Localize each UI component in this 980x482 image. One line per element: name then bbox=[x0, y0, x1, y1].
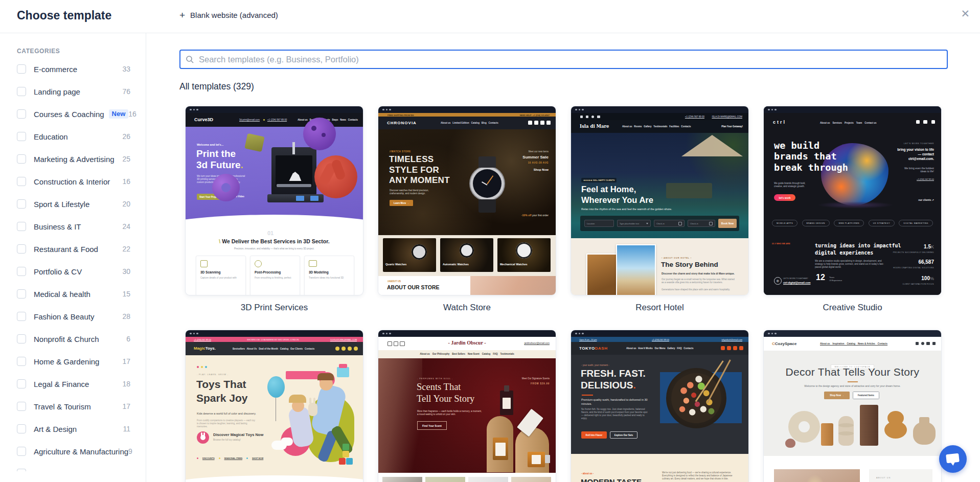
template-card-3d-print-services[interactable]: Curve3D 3d.print@email.com +1 (234) 567 … bbox=[186, 106, 363, 330]
category-item-agriculture-manufacturing[interactable]: Agriculture & Manufacturing 9 bbox=[0, 440, 146, 463]
category-item-landing-page[interactable]: Landing page 76 bbox=[0, 80, 146, 103]
category-item-sport-lifestyle[interactable]: Sport & Lifestyle 20 bbox=[0, 193, 146, 215]
close-icon[interactable]: ✕ bbox=[961, 8, 970, 19]
site-nav-links: About us Services Projects Team Contact … bbox=[820, 122, 876, 125]
checkbox[interactable] bbox=[17, 379, 26, 388]
checkbox[interactable] bbox=[17, 312, 26, 321]
category-item-home-gardening[interactable]: Home & Gardening 17 bbox=[0, 350, 146, 373]
find-your-scent-button: Find Your Scent bbox=[422, 424, 442, 427]
about-image bbox=[774, 469, 860, 482]
our-clients-link: our clients ↗ bbox=[918, 198, 934, 201]
template-card-tokyodash[interactable]: Open 8 am - 10 pm +1 (234) 567 89 00 tok… bbox=[571, 330, 748, 482]
service-title: 3D Scanning bbox=[200, 270, 220, 274]
category-item-travel-tourism[interactable]: Travel & Tourism 17 bbox=[0, 395, 146, 418]
service-card: 3D Scanning Capture details of your prod… bbox=[196, 256, 246, 295]
years-value: 12 bbox=[816, 273, 825, 282]
hero-title-line2: 3d Future. bbox=[196, 159, 243, 171]
facebook-icon bbox=[580, 116, 583, 118]
category-item-medical-health[interactable]: Medical & health 15 bbox=[0, 283, 146, 305]
category-item-marketing-advertising[interactable]: Marketing & Advertising 25 bbox=[0, 148, 146, 170]
category-item-art-design[interactable]: Art & Design 11 bbox=[0, 418, 146, 440]
template-thumbnail: FREE SHIPPING FROM $20 NEED HELP: +1 (23… bbox=[378, 106, 556, 295]
category-label: Fashion & Beauty bbox=[34, 312, 94, 321]
checkbox[interactable] bbox=[17, 244, 26, 254]
template-card-resort-hotel[interactable]: +1 (234) 567 89 00 ISLA.DI.MARE@EMAIL.CO… bbox=[571, 106, 748, 330]
template-card-watch-store[interactable]: FREE SHIPPING FROM $20 NEED HELP: +1 (23… bbox=[378, 106, 556, 330]
template-card-cozyspace[interactable]: CCozySpace About us Inspiration Catalog … bbox=[764, 330, 941, 482]
category-label: Agriculture & Manufacturing bbox=[34, 447, 128, 456]
window-dots bbox=[764, 106, 941, 113]
youtube-icon bbox=[597, 116, 600, 118]
checkbox[interactable] bbox=[17, 199, 26, 209]
category-label: Art & Design bbox=[34, 425, 77, 433]
checkbox[interactable] bbox=[17, 87, 26, 96]
checkbox[interactable] bbox=[17, 289, 26, 299]
category-item-nonprofit-church[interactable]: Nonprofit & Church 6 bbox=[0, 328, 146, 350]
service-pill: MOBILE APPS bbox=[772, 220, 797, 226]
category-item-business-it[interactable]: Business & IT 24 bbox=[0, 215, 146, 238]
category-item-education[interactable]: Education 26 bbox=[0, 125, 146, 148]
chat-widget-button[interactable] bbox=[939, 445, 967, 473]
about-kicker: • ABOUT OUR HOTEL • bbox=[662, 257, 692, 259]
blob-shadow bbox=[817, 201, 894, 209]
checkbox[interactable] bbox=[17, 64, 26, 74]
category-label: Construction & Interior bbox=[34, 177, 110, 186]
site-navbar: Curve3D 3d.print@email.com +1 (234) 567 … bbox=[186, 113, 363, 127]
service-pill: UX STRATEGY bbox=[869, 220, 895, 226]
checkbox[interactable] bbox=[17, 109, 26, 119]
stat-label: CLIENT SATISFACTION FOCUS bbox=[902, 283, 934, 285]
checkbox[interactable] bbox=[17, 267, 26, 276]
service-card: Post-Processing From smoothing to finish… bbox=[250, 256, 300, 295]
category-item-ecommerce[interactable]: E-commerce 33 bbox=[0, 58, 146, 80]
category-item-construction-interior[interactable]: Construction & Interior 16 bbox=[0, 170, 146, 193]
nav-cta: Plan Your Getaway! bbox=[721, 125, 743, 128]
category-item-portfolio-cv[interactable]: Portfolio & CV 30 bbox=[0, 260, 146, 283]
category-count: 9 bbox=[128, 447, 132, 455]
category-item-courses-coaching[interactable]: Courses & Coaching New 16 bbox=[0, 103, 146, 125]
category-count: 33 bbox=[122, 65, 130, 73]
checkbox[interactable] bbox=[17, 334, 26, 343]
site-navbar: Isla di Mare About us Rooms Gallery Test… bbox=[571, 120, 748, 133]
booking-bar: Location Type placeholder text Check-in … bbox=[580, 216, 739, 231]
template-card-magictoys[interactable]: +1 (234) 567 89 00 SHOWROOM: 123A EASEMO… bbox=[186, 330, 363, 482]
site-navbar: TOKYODASH About us How It Works Our Menu… bbox=[571, 342, 748, 355]
category-checkbox-partial bbox=[17, 469, 26, 471]
new-badge: New bbox=[109, 109, 129, 119]
checkbox[interactable] bbox=[17, 132, 26, 141]
category-item-legal-finance[interactable]: Legal & Finance 18 bbox=[0, 373, 146, 395]
category-item-fashion-beauty[interactable]: Fashion & Beauty 28 bbox=[0, 305, 146, 328]
category-count: 30 bbox=[122, 267, 130, 276]
template-thumbnail: ctrl About us Services Projects Team Con… bbox=[764, 106, 941, 295]
twitter-icon bbox=[586, 116, 588, 118]
search-input[interactable] bbox=[198, 54, 942, 65]
checkbox[interactable] bbox=[17, 402, 26, 411]
template-card-creative-studio[interactable]: ctrl About us Services Projects Team Con… bbox=[764, 106, 941, 330]
template-name: 3D Print Services bbox=[186, 303, 363, 313]
category-count: 25 bbox=[122, 155, 130, 163]
checkbox[interactable] bbox=[17, 357, 26, 366]
service-text: From smoothing to finishing, perfect bbox=[255, 277, 295, 280]
checkbox[interactable] bbox=[17, 222, 26, 231]
contact-text: We bring even the boldest ideas to life! bbox=[898, 167, 934, 173]
blank-website-button[interactable]: + Blank website (advanced) bbox=[179, 10, 278, 20]
category-card-label: Mechanical Watches bbox=[500, 263, 528, 266]
service-card: 3D Modeling Transform ideas into functio… bbox=[304, 256, 354, 295]
stat-block: 66,587 HOURS CRAFTING DIGITAL SOLUTIONS bbox=[893, 257, 934, 269]
category-count: 24 bbox=[122, 222, 130, 231]
service-pill: DIGITAL MARKETING bbox=[899, 220, 933, 226]
category-label: Landing page bbox=[34, 87, 80, 96]
checkbox[interactable] bbox=[17, 154, 26, 164]
site-header: - Jardin Obscur - jardinobscur@email.com bbox=[378, 337, 556, 350]
checkbox[interactable] bbox=[17, 447, 26, 456]
open-hours: Open 8 am - 10 pm bbox=[579, 338, 597, 341]
checkbox[interactable] bbox=[17, 424, 26, 433]
category-item-restaurant-food[interactable]: Restaurant & Food 22 bbox=[0, 238, 146, 260]
hero-link: SHOP NOW bbox=[252, 457, 263, 460]
twitter-icon bbox=[348, 347, 352, 351]
roll-into-flavor-button: Roll Into Flavor bbox=[586, 434, 603, 437]
discount-accent: -10% off bbox=[521, 214, 531, 217]
booking-checkout-field: Check-in bbox=[690, 222, 698, 225]
checkbox[interactable] bbox=[17, 177, 26, 186]
categories-sidebar: CATEGORIES E-commerce 33 Landing page 76… bbox=[0, 33, 146, 482]
template-card-jardin-obscur[interactable]: - Jardin Obscur - jardinobscur@email.com… bbox=[378, 330, 556, 482]
